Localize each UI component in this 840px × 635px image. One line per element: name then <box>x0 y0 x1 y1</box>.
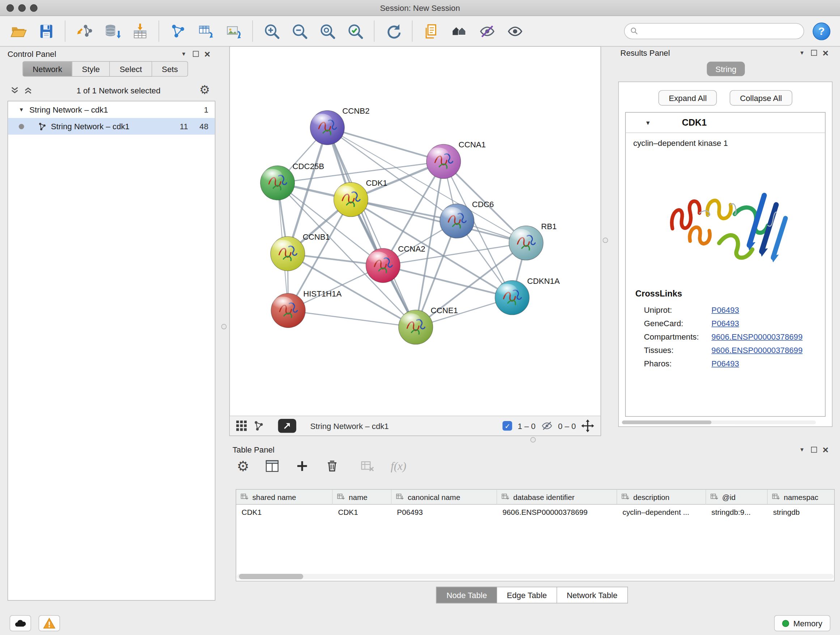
hide-selected-button[interactable] <box>474 19 500 43</box>
column-header-namespac[interactable]: namespac <box>767 490 835 505</box>
open-session-button[interactable] <box>5 19 31 43</box>
show-all-button[interactable] <box>502 19 528 43</box>
zoom-fit-button[interactable] <box>314 19 340 43</box>
crosslink-link-uniprot[interactable]: P06493 <box>712 305 739 314</box>
network-options-gear-icon[interactable]: ⚙ <box>199 84 210 96</box>
show-columns-icon[interactable] <box>265 459 279 473</box>
panel-menu-icon[interactable]: ▼ <box>178 49 190 59</box>
network-canvas[interactable]: CCNB2CCNA1CDC25BCDK1CDC6RB1CCNB1CCNA2CDK… <box>230 47 600 416</box>
network-node-cdc6[interactable] <box>440 204 474 238</box>
column-header-canonical-name[interactable]: canonical name <box>392 490 497 505</box>
network-node-cdc25b[interactable] <box>261 166 295 200</box>
warnings-button[interactable] <box>39 615 60 631</box>
export-image-button[interactable] <box>221 19 246 43</box>
delete-column-trash-icon[interactable] <box>325 459 339 473</box>
expand-all-button[interactable]: Expand All <box>659 90 717 106</box>
tab-style[interactable]: Style <box>73 61 110 77</box>
table-horizontal-scrollbar[interactable] <box>237 574 834 579</box>
network-node-cdk1[interactable] <box>334 182 368 217</box>
hidden-eye-slash-icon[interactable] <box>541 420 553 432</box>
cloud-status-button[interactable] <box>10 615 31 631</box>
zoom-out-button[interactable] <box>286 19 312 43</box>
pan-crosshair-icon[interactable] <box>581 419 594 432</box>
bottom-splitter-handle[interactable] <box>531 437 536 442</box>
column-header-shared-name[interactable]: shared name <box>236 490 333 505</box>
detach-view-button[interactable] <box>278 419 296 433</box>
expand-all-networks-icon[interactable] <box>24 86 32 94</box>
table-cell-shared-name[interactable]: CDK1 <box>236 505 333 519</box>
protein-expand-icon[interactable]: ▼ <box>645 119 651 126</box>
table-cell-description[interactable]: cyclin–dependent ... <box>617 505 706 519</box>
table-options-gear-icon[interactable]: ⚙ <box>237 459 249 473</box>
column-header-database-identifier[interactable]: database identifier <box>497 490 617 505</box>
crosslink-link-genecard[interactable]: P06493 <box>712 318 739 328</box>
memory-button[interactable]: Memory <box>774 615 831 631</box>
network-row-selected[interactable]: String Network – cdk1 11 48 <box>8 118 215 135</box>
delete-table-icon[interactable] <box>361 459 375 473</box>
tab-edge-table[interactable]: Edge Table <box>497 587 557 603</box>
save-session-button[interactable] <box>33 19 59 43</box>
crosslink-link-pharos[interactable]: P06493 <box>712 359 739 368</box>
column-header-id[interactable]: @id <box>706 490 767 505</box>
protein-card-header[interactable]: ▼ CDK1 <box>626 112 825 133</box>
column-header-name[interactable]: name <box>333 490 392 505</box>
tab-network[interactable]: Network <box>22 61 73 77</box>
panel-float-icon[interactable] <box>808 48 820 57</box>
import-network-from-file-button[interactable] <box>71 19 97 43</box>
network-edge[interactable] <box>351 200 526 243</box>
selected-checkbox-icon[interactable]: ✓ <box>502 421 512 431</box>
zoom-in-button[interactable] <box>259 19 284 43</box>
panel-float-icon[interactable] <box>808 445 820 454</box>
network-node-rb1[interactable] <box>509 226 543 260</box>
network-node-ccna2[interactable] <box>366 249 400 283</box>
network-collection-row[interactable]: ▼ String Network – cdk1 1 <box>8 101 215 118</box>
copy-document-button[interactable] <box>418 19 444 43</box>
minimize-window-button[interactable] <box>18 4 26 12</box>
panel-float-icon[interactable] <box>189 49 202 59</box>
column-header-description[interactable]: description <box>617 490 706 505</box>
network-view-icon[interactable] <box>253 420 264 431</box>
zoom-window-button[interactable] <box>30 4 38 12</box>
table-cell-canonical-name[interactable]: P06493 <box>392 505 497 519</box>
new-network-button[interactable] <box>165 19 191 43</box>
panel-close-icon[interactable]: × <box>202 49 213 59</box>
tab-select[interactable]: Select <box>110 61 152 77</box>
table-cell-id[interactable]: stringdb:9... <box>706 505 767 519</box>
close-window-button[interactable] <box>6 4 14 12</box>
apply-layout-button[interactable] <box>380 19 406 43</box>
network-node-cdkn1a[interactable] <box>495 280 529 315</box>
collapse-all-button[interactable]: Collapse All <box>729 90 792 106</box>
network-node-ccnb1[interactable] <box>271 236 305 271</box>
panel-close-icon[interactable]: × <box>820 445 832 454</box>
string-tab-badge[interactable]: String <box>707 62 745 76</box>
tab-node-table[interactable]: Node Table <box>436 587 497 603</box>
grid-view-icon[interactable] <box>236 420 247 431</box>
collapse-all-networks-icon[interactable] <box>11 86 19 94</box>
right-splitter-handle[interactable] <box>603 238 608 243</box>
help-button[interactable]: ? <box>813 22 830 40</box>
first-neighbors-button[interactable] <box>447 19 472 43</box>
table-cell-name[interactable]: CDK1 <box>333 505 392 519</box>
crosslink-link-compartments[interactable]: 9606.ENSP00000378699 <box>712 332 803 341</box>
import-table-button[interactable] <box>127 19 153 43</box>
panel-close-icon[interactable]: × <box>820 48 832 57</box>
crosslink-link-tissues[interactable]: 9606.ENSP00000378699 <box>712 345 803 355</box>
zoom-selected-button[interactable] <box>342 19 368 43</box>
table-cell-database-identifier[interactable]: 9606.ENSP00000378699 <box>497 505 617 519</box>
left-splitter-handle[interactable] <box>221 324 227 329</box>
network-edge[interactable] <box>288 310 416 327</box>
collection-expand-icon[interactable]: ▼ <box>19 107 24 112</box>
tab-network-table[interactable]: Network Table <box>557 587 628 603</box>
table-cell-namespac[interactable]: stringdb <box>767 505 835 519</box>
network-from-table-button[interactable] <box>193 19 218 43</box>
results-horizontal-scrollbar[interactable] <box>622 420 816 424</box>
import-network-from-database-button[interactable] <box>99 19 125 43</box>
search-input[interactable] <box>643 27 798 35</box>
panel-menu-icon[interactable]: ▼ <box>796 445 808 454</box>
network-node-hist1h1a[interactable] <box>271 293 305 328</box>
network-node-ccne1[interactable] <box>399 310 433 344</box>
function-builder-icon[interactable]: f(x) <box>391 459 406 473</box>
network-node-ccna1[interactable] <box>426 144 461 179</box>
tab-sets[interactable]: Sets <box>152 61 188 77</box>
table-row[interactable]: CDK1CDK1P064939606.ENSP00000378699cyclin… <box>236 505 834 519</box>
